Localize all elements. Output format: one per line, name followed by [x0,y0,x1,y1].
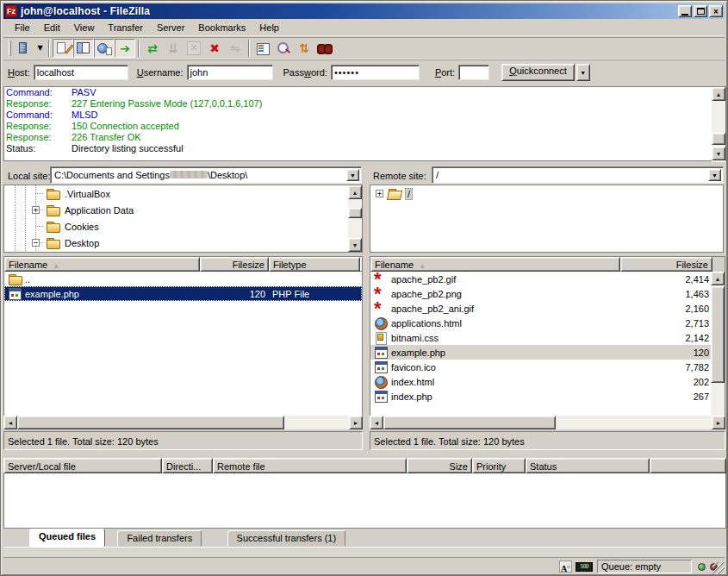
log-line-text: 227 Entering Passive Mode (127,0,0,1,6,1… [72,98,262,110]
remote-file-row[interactable]: apache_pb2.gif2,414 [370,272,711,286]
collapse-icon[interactable]: − [32,239,40,247]
menu-item-help[interactable]: Help [252,21,286,34]
remote-file-row[interactable]: index.html202 [370,374,711,389]
site-manager-button[interactable] [14,39,34,58]
menu-item-edit[interactable]: Edit [37,21,67,34]
queue-header-directi-[interactable]: Directi... [162,458,213,473]
tab-queued-files[interactable]: Queued files [29,529,105,547]
local-hscroll-left-icon[interactable]: ◄ [3,416,17,429]
expand-icon[interactable]: + [376,190,383,197]
remote-file-row[interactable]: apache_pb2.png1,463 [370,286,711,301]
quickconnect-button[interactable]: Quickconnect [501,64,575,81]
refresh-button[interactable]: ⇄ [142,39,163,58]
minimize-button[interactable] [678,5,692,17]
tree-guide [15,185,16,202]
local-file-row[interactable]: .. [4,272,362,286]
local-header-last-modified[interactable]: Last modified [360,257,363,272]
local-tree-item[interactable]: Cookies [4,218,362,235]
remote-header-filesize[interactable]: Filesize [620,257,712,272]
local-header-filetype[interactable]: Filetype [269,257,360,272]
log-scrollbar-thumb[interactable] [712,133,725,145]
site-manager-icon [16,41,32,55]
remote-site-combo-arrow-icon[interactable]: ▼ [708,169,721,181]
local-tree-item[interactable]: +Application Data [4,202,362,218]
cell-text: example.php [25,289,79,299]
disconnect-button[interactable]: ✖ [204,39,225,58]
directory-listing-filters-button[interactable] [252,39,273,58]
remote-site-combo[interactable]: / ▼ [432,166,724,184]
local-tree-item[interactable]: −Desktop [4,235,362,251]
queue-header-empty[interactable] [650,458,726,473]
remote-header-filename[interactable]: Filename▲ [370,257,620,272]
remote-hscroll-left-icon[interactable]: ◄ [370,416,383,429]
remote-list-scrollbar-thumb[interactable] [711,286,725,383]
quickconnect-dropdown-button[interactable]: ▼ [576,64,590,81]
queue-header-status[interactable]: Status [526,458,650,473]
toggle-transfer-queue-button[interactable]: ➔ [115,39,135,58]
local-tree-scroll-down-icon[interactable]: ▼ [348,238,362,252]
toggle-message-log-button[interactable] [53,39,73,58]
close-button[interactable]: × [709,5,723,17]
local-hscroll-right-icon[interactable]: ► [349,416,363,429]
cell-text: apache_pb2_ani.gif [391,304,474,314]
queue-header-size[interactable]: Size [407,458,472,473]
local-hscrollbar-thumb[interactable] [17,416,284,429]
directory-comparison-button[interactable] [273,39,294,58]
local-header-filename[interactable]: Filename▲ [4,257,200,272]
remote-hscroll-right-icon[interactable]: ► [712,416,725,429]
remote-file-row[interactable]: index.php267 [370,389,711,404]
local-tree-item[interactable]: .VirtualBox [4,185,362,202]
toggle-message-log-icon [55,41,71,55]
toggle-directory-listing-button[interactable] [94,39,115,58]
local-tree-scrollbar-thumb[interactable] [348,208,362,218]
local-file-row[interactable]: example.php120PHP File1 [4,286,362,301]
host-input[interactable]: localhost [34,65,128,80]
remote-selection-status: Selected 1 file. Total size: 120 bytes [370,431,725,450]
local-site-combo-arrow-icon[interactable]: ▼ [346,169,359,181]
remote-list-scroll-up-icon[interactable]: ▲ [711,272,725,285]
find-files-button[interactable] [314,39,335,58]
toggle-directory-trees-button[interactable] [73,39,94,58]
menu-item-transfer[interactable]: Transfer [101,21,150,34]
tab-failed-transfers[interactable]: Failed transfers [117,530,202,547]
tab-successful-transfers-1-[interactable]: Successful transfers (1) [227,530,346,547]
menu-item-server[interactable]: Server [150,21,191,34]
queue-header-server-local-file[interactable]: Server/Local file [3,458,162,473]
local-tree-scroll-up-icon[interactable]: ▲ [348,185,362,199]
remote-tree-item[interactable]: +/ [370,185,723,202]
menu-item-bookmarks[interactable]: Bookmarks [191,21,252,34]
menu-item-view[interactable]: View [67,21,102,34]
tree-guide [15,235,16,251]
password-input[interactable]: •••••• [331,65,420,80]
queue-header-remote-file[interactable]: Remote file [213,458,407,473]
menu-item-file[interactable]: File [8,21,37,34]
remote-hscrollbar-thumb[interactable] [383,416,556,429]
port-input[interactable] [458,65,489,80]
ascii-transfer-type-icon[interactable]: A:: [559,560,572,573]
synchronized-browsing-button[interactable]: ⇅ [294,39,314,58]
log-line-text: Directory listing successful [72,143,184,154]
find-files-icon [317,41,333,55]
log-scroll-down-icon[interactable]: ▼ [712,147,725,160]
expand-icon[interactable]: + [32,206,40,214]
remote-directory-tree: +/ [370,185,724,253]
resize-grip[interactable] [712,562,725,574]
toolbar-grip[interactable] [9,41,11,56]
local-header-filesize[interactable]: Filesize [200,257,269,272]
remote-file-row[interactable]: bitnami.css2,142 [370,330,711,345]
remote-file-row[interactable]: apache_pb2_ani.gif2,160 [370,301,711,316]
local-cell-modified: 1 [360,286,363,301]
remote-cell-name: apache_pb2.png [370,286,620,301]
speed-limit-indicator-icon[interactable]: 500 [576,562,593,572]
remote-file-row[interactable]: example.php120 [370,345,711,360]
queue-header-priority[interactable]: Priority [472,458,526,473]
username-input[interactable]: john [187,65,273,80]
log-scroll-up-icon[interactable]: ▲ [712,87,725,101]
site-manager-dropdown-button[interactable]: ▼ [34,39,46,58]
local-site-combo[interactable]: C:\Documents and Settings\Desktop\ ▼ [50,166,362,184]
toolbar: ▼➔⇄⇊✕✖⇋⇅ [3,37,725,59]
maximize-button[interactable] [694,5,707,17]
remote-file-row[interactable]: applications.html2,713 [370,316,711,330]
remote-cell-name: favicon.ico [370,360,620,374]
remote-file-row[interactable]: favicon.ico7,782 [370,360,711,374]
